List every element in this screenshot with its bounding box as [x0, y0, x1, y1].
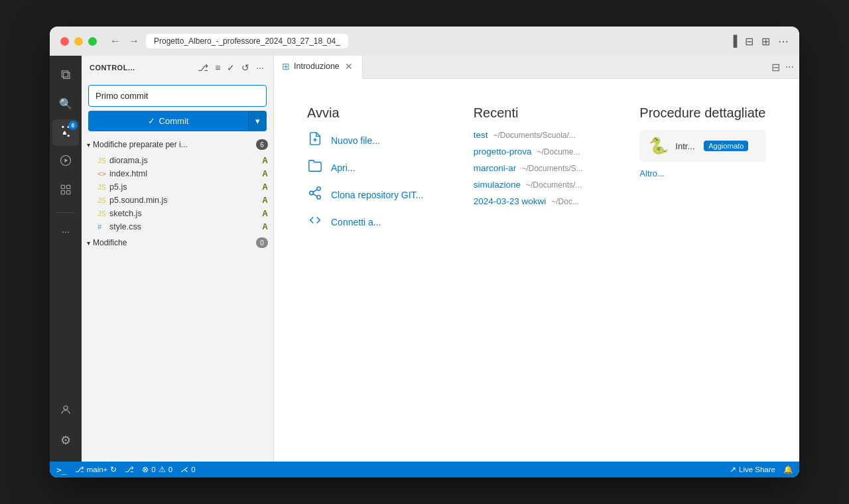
traffic-lights — [60, 37, 97, 46]
ports-status[interactable]: ⋌ 0 — [180, 465, 195, 474]
refresh-icon[interactable]: ↺ — [240, 61, 251, 74]
svg-rect-3 — [67, 185, 70, 188]
new-file-icon — [307, 131, 323, 149]
tab-close-button[interactable]: ✕ — [344, 61, 354, 72]
changes-section-header[interactable]: ▾ Modifiche 0 — [82, 235, 273, 251]
open-folder-item[interactable]: Apri... — [307, 158, 434, 176]
remote-icon — [307, 213, 323, 231]
notification-bell[interactable]: 🔔 — [783, 465, 793, 474]
tab-introduzione[interactable]: ⊞ Introduzione ✕ — [274, 56, 363, 79]
file-status: A — [262, 182, 268, 192]
svg-rect-4 — [61, 190, 64, 194]
statusbar: >_ ⎇ main+ ↻ ⎇ ⊗ 0 ⚠ 0 ⋌ 0 ↗ Live Share … — [50, 462, 799, 477]
staged-section-label: Modifiche preparate per i... — [93, 140, 188, 149]
clone-repo-item[interactable]: Clona repository GIT... — [307, 186, 434, 204]
clone-repo-label: Clona repository GIT... — [331, 190, 423, 200]
list-item[interactable]: JS diorama.js A — [82, 154, 273, 167]
terminal-icon-item[interactable]: >_ — [56, 465, 67, 475]
connect-item[interactable]: Connetti a... — [307, 213, 434, 231]
branch-icon: ⎇ — [75, 465, 84, 474]
svg-point-11 — [317, 196, 321, 200]
more-actions-icon[interactable]: ⋯ — [778, 35, 789, 48]
commit-button[interactable]: ✓ Commit — [88, 111, 248, 131]
warning-icon: ⚠ — [159, 465, 166, 474]
file-name: diorama.js — [109, 156, 262, 165]
close-button[interactable] — [60, 37, 69, 46]
list-item[interactable]: JS sketch.js A — [82, 207, 273, 220]
live-share-label: Live Share — [739, 466, 775, 473]
recent-path: ~/Docume... — [537, 147, 580, 157]
minimize-button[interactable] — [74, 37, 83, 46]
sidebar-title: CONTROL... — [90, 64, 135, 72]
branch-icon[interactable]: ⎇ — [196, 61, 210, 74]
procedure-card-label: Intr... — [675, 141, 694, 151]
forward-button[interactable]: → — [129, 35, 139, 47]
clone-icon — [307, 186, 323, 204]
open-folder-icon — [307, 158, 323, 176]
maximize-button[interactable] — [88, 37, 97, 46]
list-item[interactable]: JS p5.sound.min.js A — [82, 194, 273, 207]
source-control-status[interactable]: ⎇ — [125, 465, 134, 474]
staged-chevron-icon: ▾ — [87, 141, 90, 149]
titlebar: ← → Progetto_Albero_-_professore_2024_03… — [50, 27, 799, 56]
recent-item-test[interactable]: test ~/Documents/Scuola/... — [474, 130, 600, 140]
run-debug-icon — [60, 155, 72, 170]
python-icon: 🐍 — [649, 137, 669, 155]
procedure-badge: Aggiornato — [704, 141, 748, 151]
more-options-icon[interactable]: ··· — [255, 61, 265, 74]
activity-source-control[interactable]: 6 — [52, 119, 79, 146]
copy-icon: ⧉ — [61, 67, 70, 82]
recent-name: simulazione — [474, 180, 521, 190]
activity-extensions[interactable] — [52, 178, 79, 204]
altro-link[interactable]: Altro... — [639, 168, 766, 178]
tab-more-actions-icon[interactable]: ··· — [785, 61, 794, 74]
errors-status[interactable]: ⊗ 0 ⚠ 0 — [142, 465, 172, 474]
recent-item-wokwi[interactable]: 2024-03-23 wokwi ~/Doc... — [474, 196, 600, 206]
staged-count-badge: 6 — [256, 139, 268, 150]
commit-dropdown-button[interactable]: ▾ — [248, 111, 267, 131]
changes-chevron-icon: ▾ — [87, 239, 90, 247]
sidebar-toggle-icon[interactable]: ▐ — [730, 35, 737, 48]
activity-settings[interactable]: ⚙ — [52, 427, 79, 454]
activity-explorer[interactable]: ⧉ — [52, 61, 79, 88]
commit-message-input[interactable] — [88, 85, 267, 107]
list-item[interactable]: <> index.html A — [82, 167, 273, 180]
recent-name: 2024-03-23 wokwi — [474, 196, 547, 206]
source-control-badge: 6 — [68, 121, 78, 130]
new-file-item[interactable]: Nuovo file... — [307, 131, 434, 149]
list-item[interactable]: # style.css A — [82, 220, 273, 233]
recent-name: test — [474, 130, 488, 140]
back-button[interactable]: ← — [110, 35, 121, 47]
activity-run[interactable] — [52, 149, 79, 175]
staged-section-header[interactable]: ▾ Modifiche preparate per i... 6 — [82, 137, 273, 153]
sync-icon: ↻ — [110, 465, 117, 474]
list-item[interactable]: JS p5.js A — [82, 180, 273, 194]
activity-search[interactable]: 🔍 — [52, 90, 79, 117]
new-file-label: Nuovo file... — [331, 135, 380, 146]
welcome-columns: Avvia Nuovo file... — [307, 105, 766, 240]
sidebar-header: CONTROL... ⎇ ≡ ✓ ↺ ··· — [82, 56, 273, 80]
recent-item-marconi[interactable]: marconi-ar ~/Documents/S... — [474, 163, 600, 173]
check-all-icon[interactable]: ✓ — [226, 61, 236, 74]
staged-file-list: JS diorama.js A <> index.html A JS p5.js… — [82, 153, 273, 235]
warnings-count: 0 — [168, 466, 172, 473]
file-status: A — [262, 169, 268, 178]
extensions-icon — [60, 184, 72, 199]
ports-icon: ⋌ — [180, 465, 188, 474]
file-status: A — [262, 156, 268, 165]
branch-status-item[interactable]: ⎇ main+ ↻ — [75, 465, 117, 474]
recent-item-simulazione[interactable]: simulazione ~/Documents/... — [474, 180, 600, 190]
split-editor-right-icon[interactable]: ⊟ — [771, 61, 780, 74]
file-name: sketch.js — [109, 209, 262, 218]
layout-icon[interactable]: ⊞ — [761, 35, 770, 48]
activity-account[interactable] — [52, 398, 79, 424]
file-status: A — [262, 209, 268, 218]
commit-button-label: Commit — [159, 116, 189, 126]
live-share-status[interactable]: ↗ Live Share — [730, 465, 775, 474]
recent-name: marconi-ar — [474, 163, 517, 173]
procedure-card[interactable]: 🐍 Intr... Aggiornato — [639, 130, 766, 162]
split-editor-icon[interactable]: ⊟ — [745, 35, 753, 48]
recent-item-progetto[interactable]: progetto-prova ~/Docume... — [474, 147, 600, 157]
activity-dots[interactable]: ··· — [52, 218, 79, 245]
list-view-icon[interactable]: ≡ — [214, 61, 222, 74]
